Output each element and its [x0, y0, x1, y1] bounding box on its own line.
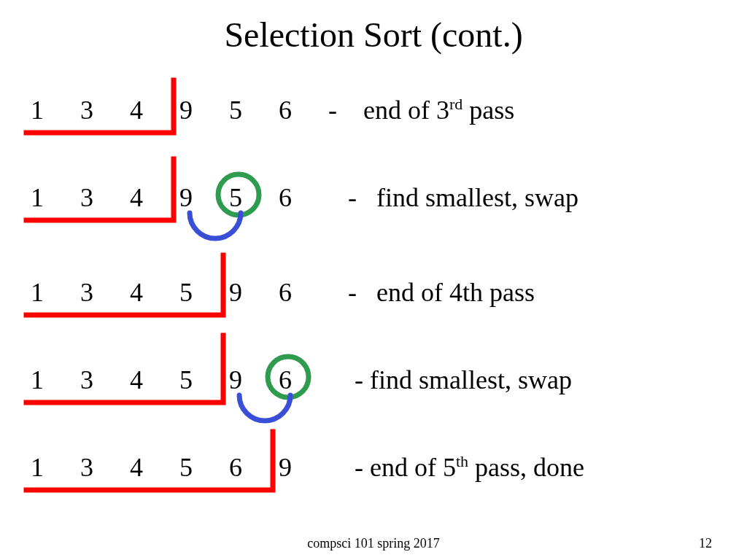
array-cell: 4: [130, 277, 179, 308]
row-caption-sup: th: [456, 452, 468, 470]
row-caption-text: - find smallest, swap: [328, 183, 578, 212]
array-row-5: 134569 - end of 5th pass, done: [31, 452, 584, 483]
array-cell: 9: [279, 452, 328, 483]
array-cell: 3: [80, 95, 130, 125]
array-cell: 9: [229, 365, 279, 395]
array-cell: 6: [279, 95, 328, 125]
footer-course: compsci 101 spring 2017: [0, 536, 747, 551]
slide-title: Selection Sort (cont.): [0, 15, 747, 55]
array-cell: 3: [80, 452, 130, 483]
array-row-4: 134596 - find smallest, swap: [31, 365, 572, 395]
array-cell: 9: [179, 95, 229, 125]
array-cell: 5: [179, 365, 229, 395]
row-caption-text: - end of 4th pass: [328, 278, 535, 307]
array-cell: 5: [229, 95, 279, 125]
swap-arc-row2: [190, 213, 241, 238]
array-row-3: 134596 - end of 4th pass: [31, 277, 535, 308]
array-cell: 3: [80, 277, 130, 308]
row-caption: - end of 5th pass, done: [328, 453, 584, 482]
array-cell: 5: [229, 182, 279, 213]
array-cell: 9: [179, 182, 229, 213]
row-caption-sup: rd: [449, 95, 462, 113]
row-caption-text: - find smallest, swap: [328, 365, 572, 394]
row-caption-suffix: pass: [462, 96, 514, 125]
array-cell: 4: [130, 95, 179, 125]
array-cell: 6: [279, 182, 328, 213]
array-cell: 4: [130, 365, 179, 395]
array-cell: 9: [229, 277, 279, 308]
array-cell: 5: [179, 277, 229, 308]
row-caption-suffix: pass, done: [468, 453, 584, 482]
row-caption: - end of 4th pass: [328, 278, 535, 307]
array-cell: 1: [31, 182, 80, 213]
footer-page-number: 12: [699, 536, 712, 551]
array-cell: 1: [31, 452, 80, 483]
array-row-2: 134956 - find smallest, swap: [31, 182, 578, 213]
array-cell: 1: [31, 277, 80, 308]
row-caption: - find smallest, swap: [328, 183, 578, 212]
array-cell: 1: [31, 365, 80, 395]
row-caption: - find smallest, swap: [328, 365, 572, 394]
array-cell: 6: [229, 452, 279, 483]
array-cell: 3: [80, 182, 130, 213]
row-caption-text: - end of 5: [328, 453, 456, 482]
array-cell: 4: [130, 452, 179, 483]
array-cell: 1: [31, 95, 80, 125]
array-cell: 6: [279, 365, 328, 395]
swap-arc-row4: [239, 395, 290, 421]
row-caption-text: - end of 3: [328, 96, 449, 125]
array-row-1: 134956- end of 3rd pass: [31, 95, 514, 125]
array-cell: 5: [179, 452, 229, 483]
row-caption: - end of 3rd pass: [328, 96, 514, 125]
array-cell: 3: [80, 365, 130, 395]
array-cell: 6: [279, 277, 328, 308]
array-cell: 4: [130, 182, 179, 213]
